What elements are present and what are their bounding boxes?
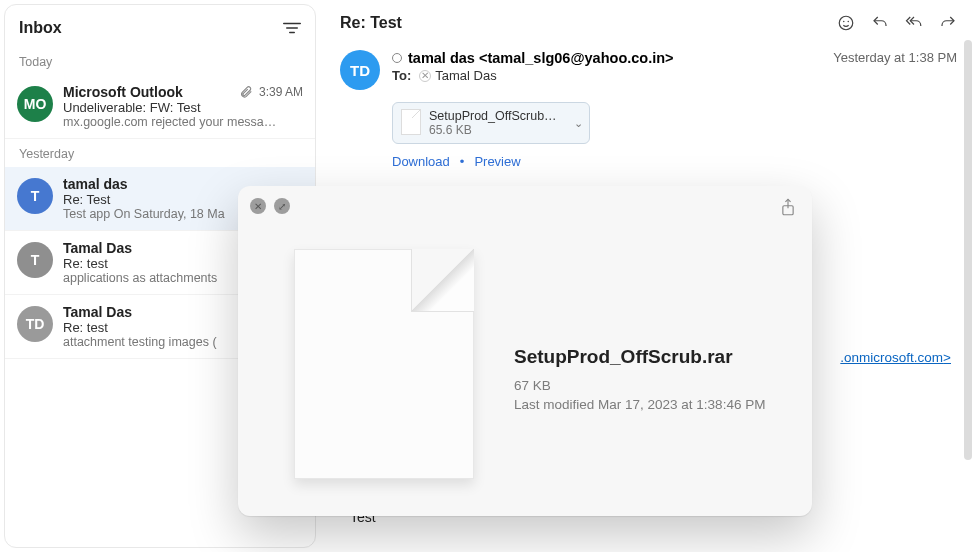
sidebar-header: Inbox: [5, 5, 315, 47]
avatar: TD: [17, 306, 53, 342]
from-name: tamal das <tamal_slg06@yahoo.co.in>: [408, 50, 674, 66]
separator-dot: •: [460, 154, 465, 169]
vertical-scrollbar[interactable]: [961, 40, 975, 548]
sender-name: Tamal Das: [63, 304, 132, 320]
read-status-icon: [392, 53, 402, 63]
sender-name: Tamal Das: [63, 240, 132, 256]
folder-title: Inbox: [19, 19, 62, 37]
sender-name: tamal das: [63, 176, 128, 192]
sender-name: Microsoft Outlook: [63, 84, 183, 100]
fullscreen-button[interactable]: ⤢: [274, 198, 290, 214]
quicklook-info: SetupProd_OffScrub.rar 67 KB Last modifi…: [514, 316, 765, 412]
reading-header: Re: Test: [340, 14, 957, 32]
message-meta: tamal das <tamal_slg06@yahoo.co.in> To: …: [392, 50, 821, 90]
file-preview-icon: [294, 249, 474, 479]
recipient-name: Tamal Das: [435, 68, 496, 83]
attachment-icon: [239, 85, 253, 99]
filter-icon[interactable]: [283, 21, 301, 35]
mail-preview: mx.google.com rejected your messa…: [63, 115, 303, 129]
from-line: tamal das <tamal_slg06@yahoo.co.in>: [392, 50, 821, 66]
attachment-name: SetupProd_OffScrub…: [429, 109, 565, 123]
svg-point-4: [843, 21, 845, 23]
attachment-actions: Download • Preview: [392, 154, 957, 169]
forward-icon[interactable]: [939, 14, 957, 32]
to-label: To:: [392, 68, 411, 83]
scrollbar-thumb[interactable]: [964, 40, 972, 460]
reply-all-icon[interactable]: [905, 14, 923, 32]
avatar: T: [17, 242, 53, 278]
message-header: TD tamal das <tamal_slg06@yahoo.co.in> T…: [340, 50, 957, 90]
message-timestamp: Yesterday at 1:38 PM: [833, 50, 957, 90]
quicklook-panel: ✕ ⤢ SetupProd_OffScrub.rar 67 KB Last mo…: [238, 186, 812, 516]
avatar: T: [17, 178, 53, 214]
message-action-bar: [837, 14, 957, 32]
emoji-icon[interactable]: [837, 14, 855, 32]
to-line: To: ✕ Tamal Das: [392, 68, 821, 83]
group-label: Today: [5, 47, 315, 75]
quicklook-filename: SetupProd_OffScrub.rar: [514, 346, 765, 368]
recipient-chip[interactable]: ✕ Tamal Das: [419, 68, 496, 83]
close-button[interactable]: ✕: [250, 198, 266, 214]
svg-point-5: [848, 21, 850, 23]
avatar: MO: [17, 86, 53, 122]
mail-item[interactable]: MO Microsoft Outlook 3:39 AM Undeliverab…: [5, 75, 315, 139]
mail-item-text: Microsoft Outlook 3:39 AM Undeliverable:…: [63, 84, 303, 129]
chevron-down-icon[interactable]: ⌄: [574, 117, 583, 130]
sender-avatar: TD: [340, 50, 380, 90]
svg-point-3: [839, 16, 853, 30]
share-icon[interactable]: [780, 198, 796, 220]
attachment-card[interactable]: SetupProd_OffScrub… 65.6 KB ⌄: [392, 102, 590, 144]
window-controls: ✕ ⤢: [250, 198, 290, 214]
mail-time: 3:39 AM: [239, 85, 303, 99]
attachment-size: 65.6 KB: [429, 123, 565, 137]
body-link[interactable]: .onmicrosoft.com>: [840, 350, 951, 365]
quicklook-size: 67 KB: [514, 378, 765, 393]
group-label: Yesterday: [5, 139, 315, 167]
subject-title: Re: Test: [340, 14, 402, 32]
quicklook-modified: Last modified Mar 17, 2023 at 1:38:46 PM: [514, 397, 765, 412]
quicklook-body: SetupProd_OffScrub.rar 67 KB Last modifi…: [238, 186, 812, 516]
remove-recipient-icon[interactable]: ✕: [419, 70, 431, 82]
file-icon: [401, 109, 421, 135]
download-link[interactable]: Download: [392, 154, 450, 169]
mail-subject: Undeliverable: FW: Test: [63, 100, 303, 115]
preview-link[interactable]: Preview: [474, 154, 520, 169]
reply-icon[interactable]: [871, 14, 889, 32]
